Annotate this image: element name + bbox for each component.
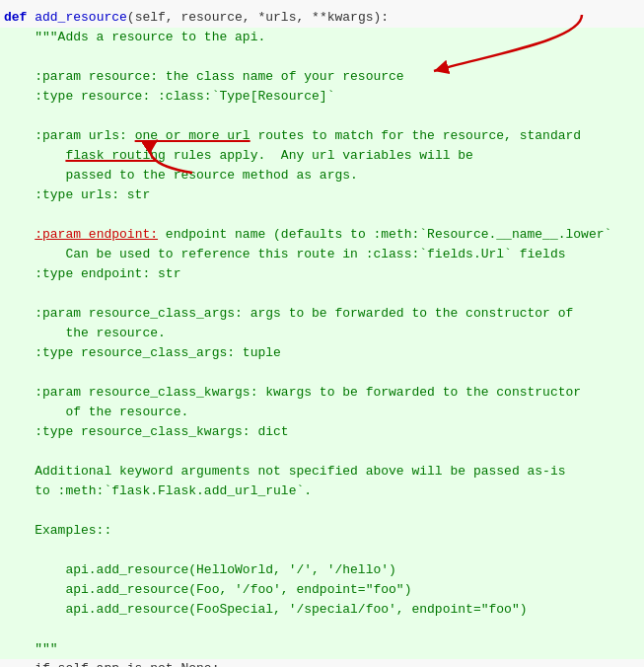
line-content <box>4 501 640 521</box>
token: api.add_resource(FooSpecial, '/special/f… <box>4 602 528 617</box>
line-content: :type urls: str <box>4 185 640 205</box>
line-content <box>4 620 640 639</box>
line-content: api.add_resource(FooSpecial, '/special/f… <box>4 600 640 620</box>
line-content: :type endpoint: str <box>4 264 640 284</box>
code-line <box>0 501 644 521</box>
token: passed to the resource method as args. <box>4 168 358 183</box>
code-line <box>0 284 644 304</box>
token: add_resource <box>35 10 127 25</box>
token <box>4 148 65 163</box>
code-line: passed to the resource method as args. <box>0 166 644 185</box>
token: :param resource_class_kwargs: kwargs to … <box>4 385 581 400</box>
token: rules apply. Any url variables will be <box>166 148 473 163</box>
line-content: def add_resource(self, resource, *urls, … <box>4 8 640 28</box>
code-line: Examples:: <box>0 521 644 541</box>
code-line: :type resource_class_args: tuple <box>0 343 644 363</box>
line-content: :param resource_class_args: args to be f… <box>4 304 640 324</box>
line-content: :param resource: the class name of your … <box>4 67 640 87</box>
line-content: :type resource: :class:`Type[Resource]` <box>4 87 640 107</box>
token: def <box>4 10 35 25</box>
line-content <box>4 442 640 462</box>
code-line: Additional keyword arguments not specifi… <box>0 462 644 482</box>
line-content <box>4 284 640 304</box>
code-line: if self.app is not None: <box>0 659 644 667</box>
code-line: :type urls: str <box>0 185 644 205</box>
line-content: of the resource. <box>4 403 640 422</box>
token: to :meth:`flask.Flask.add_url_rule`. <box>4 483 312 498</box>
token: :param resource_class_args: args to be f… <box>4 306 573 321</box>
token: one or more url <box>135 128 250 143</box>
token: """ <box>4 641 58 656</box>
line-content: api.add_resource(Foo, '/foo', endpoint="… <box>4 580 640 600</box>
code-line: :param resource_class_args: args to be f… <box>0 304 644 324</box>
line-content <box>4 205 640 225</box>
line-content: :param resource_class_kwargs: kwargs to … <box>4 383 640 403</box>
token: :type resource_class_kwargs: dict <box>4 424 289 439</box>
token: api.add_resource(Foo, '/foo', endpoint="… <box>4 582 411 597</box>
line-content: Can be used to reference this route in :… <box>4 245 640 264</box>
line-content <box>4 541 640 560</box>
code-line <box>0 541 644 560</box>
code-line: :type endpoint: str <box>0 264 644 284</box>
token: :param resource: the class name of your … <box>4 69 404 84</box>
line-content: to :meth:`flask.Flask.add_url_rule`. <box>4 482 640 501</box>
code-line: to :meth:`flask.Flask.add_url_rule`. <box>0 482 644 501</box>
token: :type resource: :class:`Type[Resource]` <box>4 89 334 104</box>
token: :type urls: str <box>4 187 150 202</box>
code-line <box>0 442 644 462</box>
code-line: api.add_resource(FooSpecial, '/special/f… <box>0 600 644 620</box>
code-line: def add_resource(self, resource, *urls, … <box>0 8 644 28</box>
token <box>4 227 35 242</box>
code-line <box>0 205 644 225</box>
token: """Adds a resource to the api. <box>4 30 265 44</box>
code-line: of the resource. <box>0 403 644 422</box>
code-line: :type resource_class_kwargs: dict <box>0 422 644 442</box>
line-content: :param endpoint: endpoint name (defaults… <box>4 225 640 245</box>
token: :type resource_class_args: tuple <box>4 345 281 360</box>
token: (self, resource, *urls, **kwargs): <box>127 10 389 25</box>
line-content: passed to the resource method as args. <box>4 166 640 185</box>
token: api.add_resource(HelloWorld, '/', '/hell… <box>4 562 396 577</box>
token: the resource. <box>4 326 166 340</box>
line-content: if self.app is not None: <box>4 659 640 667</box>
line-content: """Adds a resource to the api. <box>4 28 640 47</box>
line-content: the resource. <box>4 324 640 343</box>
line-content: Examples:: <box>4 521 640 541</box>
token: if self.app is not None: <box>4 661 219 667</box>
line-content: flask routing rules apply. Any url varia… <box>4 146 640 166</box>
code-line: api.add_resource(HelloWorld, '/', '/hell… <box>0 560 644 580</box>
line-content: :param urls: one or more url routes to m… <box>4 126 640 146</box>
token: routes to match for the resource, standa… <box>250 128 581 143</box>
line-content: api.add_resource(HelloWorld, '/', '/hell… <box>4 560 640 580</box>
token: :type endpoint: str <box>4 266 180 281</box>
code-line: the resource. <box>0 324 644 343</box>
token: :param endpoint: <box>35 227 158 242</box>
code-line: :param resource: the class name of your … <box>0 67 644 87</box>
line-content <box>4 107 640 126</box>
code-line: """Adds a resource to the api. <box>0 28 644 47</box>
token: :param urls: <box>4 128 135 143</box>
token: Additional keyword arguments not specifi… <box>4 464 566 479</box>
line-content: """ <box>4 639 640 659</box>
token: flask routing <box>65 148 165 163</box>
token: endpoint name (defaults to :meth:`Resour… <box>158 227 611 242</box>
line-content: :type resource_class_kwargs: dict <box>4 422 640 442</box>
code-line: Can be used to reference this route in :… <box>0 245 644 264</box>
code-block: def add_resource(self, resource, *urls, … <box>0 0 644 667</box>
line-content <box>4 363 640 383</box>
code-line: :param urls: one or more url routes to m… <box>0 126 644 146</box>
code-line <box>0 107 644 126</box>
code-line <box>0 620 644 639</box>
code-line: """ <box>0 639 644 659</box>
code-line <box>0 47 644 67</box>
line-content <box>4 47 640 67</box>
line-content: :type resource_class_args: tuple <box>4 343 640 363</box>
token: Examples:: <box>4 523 111 538</box>
code-line: :param endpoint: endpoint name (defaults… <box>0 225 644 245</box>
token: Can be used to reference this route in :… <box>4 247 566 261</box>
line-content: Additional keyword arguments not specifi… <box>4 462 640 482</box>
code-line: flask routing rules apply. Any url varia… <box>0 146 644 166</box>
code-line: :param resource_class_kwargs: kwargs to … <box>0 383 644 403</box>
code-line <box>0 363 644 383</box>
token: of the resource. <box>4 405 188 419</box>
